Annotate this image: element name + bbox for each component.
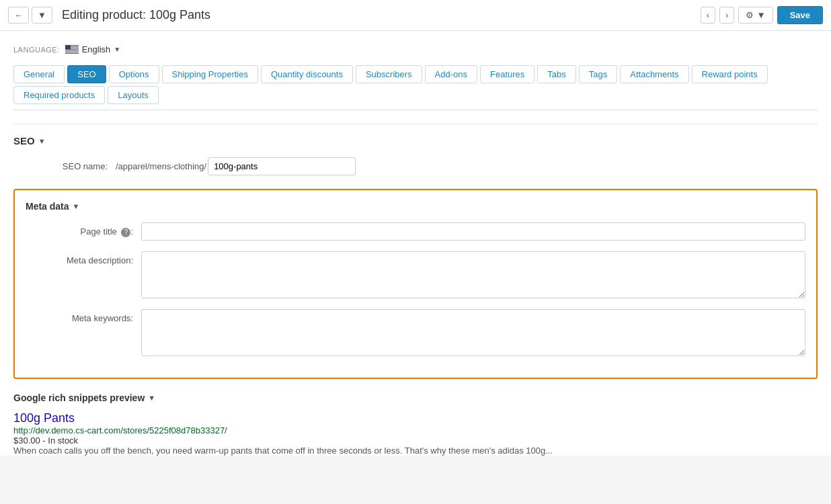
seo-section-header[interactable]: SEO ▼ [13, 135, 818, 146]
page-title-input[interactable] [141, 222, 805, 241]
preview-url: http://dev.demo.cs-cart.com/stores/5225f… [13, 425, 227, 435]
meta-toggle-icon: ▼ [73, 202, 80, 210]
page-title-row: Page title ?: [26, 222, 805, 241]
svg-rect-7 [65, 45, 71, 50]
save-button[interactable]: Save [777, 6, 823, 24]
top-bar-right: ‹ › ⚙ ▼ Save [701, 6, 823, 24]
seo-toggle-icon: ▼ [38, 137, 46, 145]
tab-required[interactable]: Required products [13, 86, 105, 104]
seo-name-input[interactable] [208, 157, 356, 175]
gear-button[interactable]: ⚙ ▼ [738, 7, 773, 24]
tabs-divider [13, 124, 818, 124]
meta-keywords-label: Meta keywords: [26, 309, 133, 323]
tab-attachments[interactable]: Attachments [620, 65, 688, 83]
tab-layouts[interactable]: Layouts [108, 86, 159, 104]
tabs-bar: General SEO Options Shipping Properties … [13, 65, 818, 110]
prev-button[interactable]: ‹ [701, 7, 715, 24]
tab-general[interactable]: General [13, 65, 65, 83]
meta-keywords-row: Meta keywords: [26, 309, 805, 356]
tab-tags[interactable]: Tags [579, 65, 617, 83]
meta-desc-label: Meta description: [26, 251, 133, 265]
tab-reward[interactable]: Reward points [692, 65, 768, 83]
seo-prefix: /apparel/mens-clothing/ [116, 161, 206, 171]
tab-seo[interactable]: SEO [67, 65, 106, 83]
language-bar: LANGUAGE: English ▼ [13, 44, 818, 54]
meta-desc-textarea[interactable] [141, 251, 805, 298]
google-preview-section: Google rich snippets preview ▼ 100g Pant… [13, 392, 818, 456]
tab-shipping[interactable]: Shipping Properties [162, 65, 258, 83]
tab-quantity[interactable]: Quantity discounts [261, 65, 353, 83]
svg-rect-4 [65, 50, 79, 50]
page-title-label: Page title ?: [26, 222, 133, 237]
tab-tabs[interactable]: Tabs [537, 65, 576, 83]
google-preview-title: Google rich snippets preview [13, 392, 145, 403]
meta-keywords-textarea[interactable] [141, 309, 805, 356]
preview-description: When coach calls you off the bench, you … [13, 446, 553, 456]
language-name: English [82, 44, 111, 54]
meta-data-header[interactable]: Meta data ▼ [26, 201, 805, 212]
content-area: LANGUAGE: English ▼ General SEO Options … [0, 31, 831, 456]
back-button[interactable]: ← [8, 7, 29, 24]
google-preview-header[interactable]: Google rich snippets preview ▼ [13, 392, 818, 403]
google-preview-content: 100g Pants http://dev.demo.cs-cart.com/s… [13, 411, 818, 456]
meta-desc-row: Meta description: [26, 251, 805, 298]
meta-data-box: Meta data ▼ Page title ?: Meta descripti… [13, 189, 818, 379]
meta-data-title: Meta data [26, 201, 69, 212]
tab-options[interactable]: Options [109, 65, 159, 83]
language-selector[interactable]: English ▼ [65, 44, 121, 54]
svg-rect-6 [65, 52, 79, 53]
gear-dropdown-icon: ▼ [756, 10, 765, 20]
dropdown-button[interactable]: ▼ [32, 7, 52, 24]
preview-price: $30.00 - In stock [13, 435, 78, 446]
google-preview-toggle-icon: ▼ [148, 394, 155, 402]
next-button[interactable]: › [719, 7, 734, 24]
gear-icon: ⚙ [746, 10, 754, 20]
page-title: Editing product: 100g Pants [62, 8, 210, 22]
seo-section-title: SEO [13, 135, 35, 146]
top-bar-left: ← ▼ Editing product: 100g Pants [8, 7, 210, 24]
top-bar: ← ▼ Editing product: 100g Pants ‹ › ⚙ ▼ … [0, 0, 831, 31]
seo-name-label: SEO name: [13, 161, 108, 171]
preview-product-title[interactable]: 100g Pants [13, 411, 75, 425]
tab-addons[interactable]: Add-ons [425, 65, 477, 83]
page-title-help-icon[interactable]: ? [121, 228, 130, 237]
svg-rect-5 [65, 51, 79, 52]
tab-features[interactable]: Features [480, 65, 535, 83]
us-flag-icon [65, 45, 79, 54]
tab-subscribers[interactable]: Subscribers [356, 65, 422, 83]
language-chevron-icon: ▼ [114, 46, 120, 53]
seo-name-row: SEO name: /apparel/mens-clothing/ [13, 157, 818, 175]
language-label: LANGUAGE: [13, 46, 60, 54]
